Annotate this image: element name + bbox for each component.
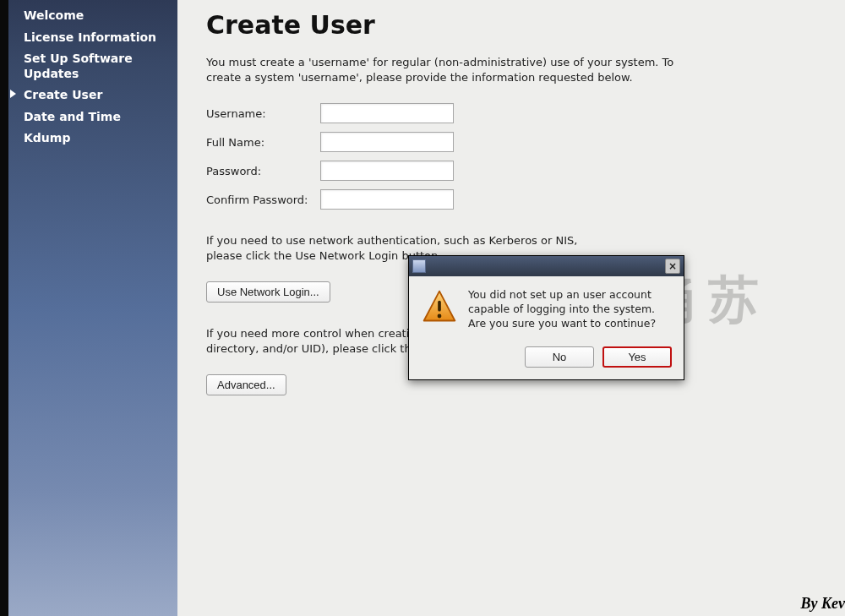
- warning-icon: [421, 288, 458, 325]
- close-icon[interactable]: ×: [665, 259, 680, 274]
- sidebar-item-label: Set Up Software Updates: [24, 52, 169, 81]
- sidebar-item-datetime[interactable]: Date and Time: [0, 106, 177, 128]
- svg-point-2: [438, 314, 442, 319]
- sidebar-item-create-user[interactable]: Create User: [0, 84, 177, 106]
- confirm-password-label: Confirm Password:: [206, 194, 320, 206]
- no-button[interactable]: No: [525, 346, 594, 368]
- sidebar-item-welcome[interactable]: Welcome: [0, 5, 177, 27]
- yes-button[interactable]: Yes: [602, 346, 672, 368]
- dialog-message: You did not set up an user account capab…: [468, 288, 672, 331]
- fullname-input[interactable]: [320, 132, 454, 152]
- sidebar-item-label: Create User: [24, 88, 102, 103]
- use-network-login-button[interactable]: Use Network Login...: [206, 281, 330, 303]
- password-label: Password:: [206, 165, 320, 177]
- sidebar-item-label: Date and Time: [24, 110, 121, 125]
- username-input[interactable]: [320, 103, 454, 123]
- sidebar-item-label: Kdump: [24, 131, 70, 146]
- sidebar: Welcome License Information Set Up Softw…: [0, 0, 177, 616]
- dialog-app-icon: [412, 259, 426, 273]
- sidebar-item-kdump[interactable]: Kdump: [0, 128, 177, 150]
- confirm-password-input[interactable]: [320, 189, 454, 210]
- username-label: Username:: [206, 107, 320, 120]
- sidebar-item-updates[interactable]: Set Up Software Updates: [0, 48, 177, 84]
- fullname-label: Full Name:: [206, 136, 320, 149]
- password-input[interactable]: [320, 161, 454, 181]
- byline: By Kev: [801, 595, 845, 613]
- sidebar-item-license[interactable]: License Information: [0, 27, 177, 49]
- intro-text: You must create a 'username' for regular…: [206, 55, 679, 84]
- sidebar-item-label: Welcome: [24, 8, 84, 24]
- dialog-titlebar[interactable]: ×: [409, 256, 684, 276]
- page-title: Create User: [206, 10, 679, 40]
- advanced-button[interactable]: Advanced...: [206, 374, 286, 395]
- sidebar-item-label: License Information: [24, 30, 156, 46]
- confirmation-dialog: × You did not set up an user account cap: [408, 255, 684, 380]
- svg-rect-1: [438, 301, 441, 312]
